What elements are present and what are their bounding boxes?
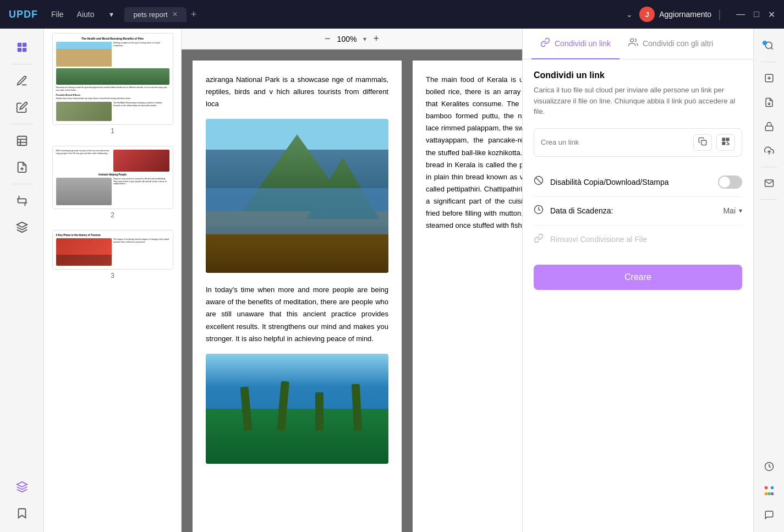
- tab-close-button[interactable]: ✕: [172, 10, 178, 18]
- thumb-1-title: The Health and Mood-Boosting Benefits of…: [56, 37, 169, 40]
- link-input-field[interactable]: [541, 138, 693, 146]
- expiry-dropdown-arrow: ▾: [739, 207, 742, 215]
- svg-point-38: [764, 492, 767, 496]
- svg-point-36: [770, 486, 774, 490]
- svg-rect-4: [17, 136, 26, 146]
- disable-toggle[interactable]: [718, 175, 742, 189]
- colorful-feature-icon[interactable]: [758, 480, 780, 501]
- thumbnail-1[interactable]: The Health and Mood-Boosting Benefits of…: [48, 33, 177, 137]
- right-separator-2: [761, 167, 777, 167]
- share-panel-description: Carica il tuo file sul cloud per inviare…: [534, 85, 742, 117]
- stacks-icon[interactable]: [9, 475, 35, 499]
- search-icon[interactable]: [758, 35, 780, 56]
- disable-copy-row: Disabilità Copia/Download/Stampa: [534, 168, 742, 197]
- thumb-3-label: 3: [48, 272, 177, 282]
- thumbnail-2[interactable]: NHS is funding large-scale surveys to fi…: [48, 146, 177, 221]
- share-others-tab[interactable]: Condividi con gli altri: [619, 29, 722, 59]
- convert-icon[interactable]: [758, 92, 780, 113]
- extract-icon[interactable]: [9, 155, 35, 179]
- add-tab-button[interactable]: +: [191, 9, 197, 20]
- help-menu[interactable]: Aiuto: [77, 10, 95, 19]
- svg-rect-1: [22, 43, 26, 47]
- history-icon[interactable]: [758, 456, 780, 477]
- link-tab-icon: [540, 37, 550, 50]
- pdf-right-col: The main food of Kerala is unpolished ri…: [413, 61, 522, 532]
- edit-text-icon[interactable]: [9, 95, 35, 119]
- share-body: Condividi un link Carica il tuo file sul…: [523, 59, 753, 532]
- share-panel: Condividi un link Condividi con gli altr…: [522, 29, 753, 532]
- share-panel-title: Condividi un link: [534, 70, 742, 80]
- ocr-tool-icon[interactable]: [758, 68, 780, 89]
- pdf-text-top: aziranga National Park is a showcase nge…: [206, 74, 388, 110]
- right-separator-1: [761, 62, 777, 62]
- remove-label: Rimuovi Condivisione al File: [550, 235, 647, 244]
- expiry-icon: [534, 205, 544, 217]
- expiry-row[interactable]: Data di Scadenza: Mai ▾: [534, 197, 742, 226]
- svg-rect-0: [17, 43, 21, 47]
- protect-icon[interactable]: [758, 116, 780, 137]
- upload-cloud-icon[interactable]: [758, 140, 780, 161]
- svg-rect-13: [701, 140, 706, 145]
- annotate-icon[interactable]: [9, 69, 35, 93]
- zoom-in-button[interactable]: +: [373, 33, 379, 45]
- thumb-img-1: The Health and Mood-Boosting Benefits of…: [52, 33, 173, 125]
- svg-point-35: [764, 486, 767, 490]
- thumb-2-label: 2: [48, 211, 177, 221]
- pages-panel-icon[interactable]: [9, 35, 35, 59]
- pdf-viewer: − 100% ▾ + aziranga National Park is a s…: [182, 29, 522, 532]
- main-layout: The Health and Mood-Boosting Benefits of…: [0, 29, 784, 532]
- chat-icon[interactable]: [758, 504, 780, 525]
- create-link-button[interactable]: Creare: [534, 265, 742, 290]
- remove-sharing-row: Rimuovi Condivisione al File: [534, 226, 742, 254]
- email-icon[interactable]: [758, 173, 780, 194]
- svg-rect-18: [727, 139, 728, 140]
- window-controls: — □ ✕: [736, 9, 775, 20]
- close-button[interactable]: ✕: [768, 9, 775, 20]
- zoom-out-button[interactable]: −: [325, 33, 331, 45]
- svg-point-37: [767, 492, 771, 496]
- pdf-right-text: The main food of Kerala is unpolished ri…: [426, 74, 522, 232]
- thumb-1-label: 1: [48, 127, 177, 137]
- svg-rect-3: [22, 48, 26, 52]
- share-link-tab-label: Condividi un link: [555, 39, 611, 48]
- share-link-tab[interactable]: Condividi un link: [531, 29, 619, 59]
- right-sidebar: [753, 29, 784, 532]
- link-action-buttons: [693, 134, 735, 151]
- document-tab[interactable]: pets report ✕: [124, 7, 186, 22]
- layers-icon[interactable]: [9, 215, 35, 239]
- update-button[interactable]: J Aggiornamento: [639, 7, 711, 22]
- title-bar-nav: File Aiuto ▾: [51, 10, 113, 19]
- thumb-img-3: A Key Phase in the History of Tourism Th…: [52, 230, 173, 270]
- maximize-button[interactable]: □: [754, 9, 759, 20]
- pdf-text-middle: In today's time when more and more peopl…: [206, 284, 388, 344]
- down-arrow-button[interactable]: ⌄: [626, 10, 633, 19]
- crop-icon[interactable]: [9, 189, 35, 213]
- svg-marker-10: [17, 222, 26, 227]
- copy-link-button[interactable]: [693, 134, 712, 151]
- qr-code-button[interactable]: [716, 134, 735, 151]
- zoom-dropdown-button[interactable]: ▾: [363, 35, 366, 43]
- notification-dot: [763, 41, 767, 45]
- viewer-toolbar: − 100% ▾ +: [182, 29, 522, 50]
- nav-dropdown-arrow[interactable]: ▾: [109, 10, 113, 19]
- svg-line-29: [771, 47, 772, 49]
- sidebar-separator-1: [11, 64, 33, 64]
- title-bar-actions: ⌄ J Aggiornamento | — □ ✕: [626, 7, 775, 22]
- notification-container: [758, 35, 780, 56]
- thumb-img-2: NHS is funding large-scale surveys to fi…: [52, 146, 173, 209]
- avatar: J: [639, 7, 655, 22]
- file-menu[interactable]: File: [51, 10, 64, 19]
- disable-icon: [534, 175, 544, 188]
- minimize-button[interactable]: —: [736, 9, 745, 20]
- separator-line: |: [718, 8, 721, 21]
- bookmark-icon[interactable]: [9, 501, 35, 525]
- svg-point-39: [770, 492, 774, 496]
- title-bar: UPDF File Aiuto ▾ pets report ✕ + ⌄ J Ag…: [0, 0, 784, 29]
- share-tabs: Condividi un link Condividi con gli altr…: [523, 29, 753, 59]
- organize-icon[interactable]: [9, 129, 35, 153]
- link-input-row: [534, 128, 742, 157]
- disable-label: Disabilità Copia/Download/Stampa: [550, 178, 718, 187]
- expiry-value: Mai: [723, 206, 736, 215]
- thumbnail-3[interactable]: A Key Phase in the History of Tourism Th…: [48, 230, 177, 282]
- pdf-left-col: aziranga National Park is a showcase nge…: [193, 61, 402, 532]
